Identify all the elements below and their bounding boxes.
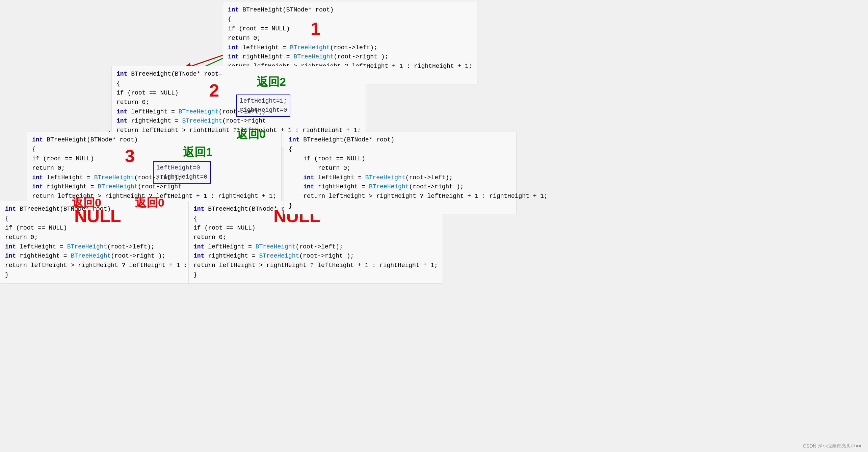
code-line: }	[193, 270, 438, 280]
code-line: int leftHeight = BTreeHeight(root->left)…	[193, 242, 438, 252]
label-num3: 3	[125, 146, 135, 166]
highlight-box-2: leftHeight=0;rightHeight=0	[153, 161, 211, 184]
code-line: return 0;	[193, 233, 438, 242]
code-line: return leftHeight > rightHeight ? leftHe…	[289, 192, 511, 201]
label-num2: 2	[209, 80, 219, 101]
label-fanHui2: 返回2	[257, 74, 286, 90]
code-line: int BTreeHeight(BTNode* root)	[228, 5, 472, 15]
code-line: if (root == NULL)	[289, 154, 511, 164]
code-line: }	[289, 201, 511, 211]
label-num1: 1	[311, 19, 320, 39]
label-fanHui0-right: 返回0	[135, 195, 164, 211]
code-line: int rightHeight = BTreeHeight(root->righ…	[193, 251, 438, 261]
code-line: {	[116, 79, 361, 88]
code-line: int BTreeHeight(BTNode* root―	[116, 70, 361, 79]
code-line: int leftHeight = BTreeHeight(root->left)…	[228, 43, 472, 53]
code-line: {	[228, 15, 472, 24]
code-line: int leftHeight = BTreeHeight(root->left)…	[289, 173, 511, 183]
highlight-box-1: leftHeight=1;rightHeight=0	[236, 95, 290, 117]
code-line: int rightHeight = BTreeHeight(root->righ…	[32, 182, 277, 192]
code-line: int rightHeight = BTreeHeight(root->righ…	[228, 52, 472, 62]
code-block-right-main: int BTreeHeight(BTNode* root) { if (root…	[284, 132, 517, 214]
code-line: int BTreeHeight(BTNode* root)	[289, 135, 511, 145]
code-line: return 0;	[228, 34, 472, 43]
code-line: int rightHeight = BTreeHeight(root->righ…	[116, 116, 361, 126]
label-fanHui1: 返回1	[183, 144, 212, 160]
label-null1: NULL	[74, 206, 121, 226]
label-fanHui0-mid: 返回0	[236, 127, 266, 142]
code-line: int rightHeight = BTreeHeight(root->righ…	[289, 182, 511, 192]
code-line: return 0;	[289, 164, 511, 173]
code-line: if (root == NULL)	[228, 24, 472, 34]
code-line: {	[32, 145, 277, 154]
code-line: {	[289, 145, 511, 154]
watermark: CSDN @小沈亲夜亮头中■■	[803, 443, 861, 449]
code-line: return leftHeight > rightHeight ? leftHe…	[193, 261, 438, 270]
